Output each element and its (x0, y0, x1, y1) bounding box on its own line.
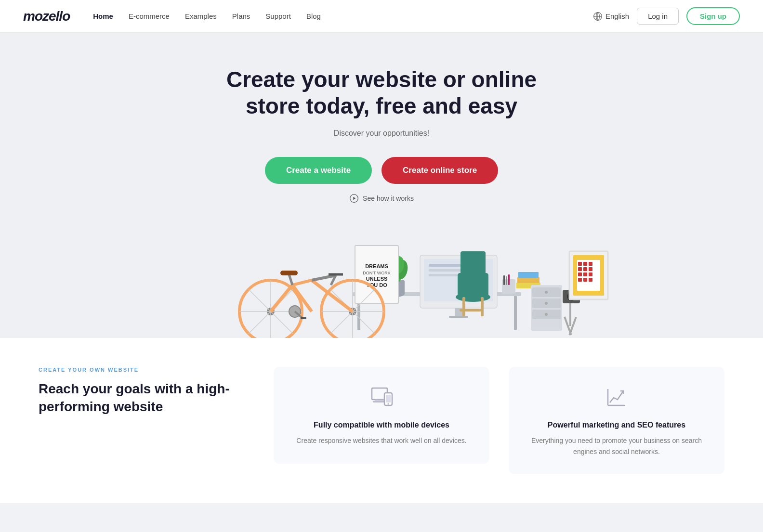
nav-support[interactable]: Support (265, 12, 291, 20)
hero-buttons: Create a website Create online store (10, 157, 753, 184)
logo[interactable]: mozello (23, 9, 70, 24)
svg-rect-28 (517, 277, 539, 283)
svg-point-98 (388, 403, 389, 405)
nav-blog[interactable]: Blog (306, 12, 321, 20)
mobile-icon (368, 384, 395, 411)
nav-plans[interactable]: Plans (232, 12, 250, 20)
svg-rect-13 (429, 274, 458, 276)
feature2-desc: Everything you need to promote your busi… (522, 435, 711, 457)
nav-examples[interactable]: Examples (185, 12, 217, 20)
create-store-button[interactable]: Create online store (382, 157, 498, 184)
feature1-desc: Create responsive websites that work wel… (287, 435, 476, 446)
svg-rect-97 (386, 395, 391, 402)
svg-rect-43 (460, 251, 486, 275)
svg-text:UNLESS: UNLESS (366, 276, 388, 282)
svg-rect-65 (589, 272, 592, 276)
svg-rect-15 (449, 316, 468, 318)
svg-rect-66 (578, 278, 582, 282)
svg-rect-61 (583, 267, 587, 271)
svg-rect-58 (583, 262, 587, 266)
language-selector[interactable]: English (593, 12, 629, 21)
svg-rect-60 (578, 267, 582, 271)
svg-rect-89 (280, 271, 298, 275)
svg-marker-5 (353, 197, 355, 200)
svg-rect-64 (583, 272, 587, 276)
svg-rect-46 (460, 309, 484, 311)
navbar: mozello Home E-commerce Examples Plans S… (0, 0, 763, 33)
play-icon (349, 194, 359, 203)
svg-point-52 (545, 302, 548, 305)
svg-rect-57 (578, 262, 582, 266)
svg-rect-94 (375, 400, 384, 401)
svg-rect-8 (514, 296, 517, 330)
video-link-text: See how it works (363, 195, 414, 202)
svg-rect-92 (301, 317, 306, 319)
svg-rect-25 (506, 276, 507, 285)
svg-point-53 (545, 313, 548, 316)
svg-rect-29 (518, 272, 539, 278)
svg-text:DREAMS: DREAMS (365, 263, 388, 269)
video-link[interactable]: See how it works (10, 194, 753, 203)
svg-rect-68 (589, 278, 592, 282)
create-website-button[interactable]: Create a website (265, 157, 372, 184)
svg-line-85 (312, 275, 336, 280)
svg-rect-45 (481, 297, 484, 316)
svg-line-88 (289, 274, 292, 285)
svg-rect-62 (589, 267, 592, 271)
svg-point-51 (545, 291, 548, 294)
feature1-title: Fully compatible with mobile devices (287, 421, 476, 429)
section-label: CREATE YOUR OWN WEBSITE (39, 367, 254, 373)
bottom-section: CREATE YOUR OWN WEBSITE Reach your goals… (0, 338, 763, 503)
feature-card-mobile: Fully compatible with mobile devices Cre… (274, 367, 489, 463)
hero-section: Create your website or online store toda… (0, 33, 763, 338)
hero-title: Create your website or online store toda… (213, 66, 550, 119)
hero-subtitle: Discover your opportunities! (10, 129, 753, 138)
bottom-text: CREATE YOUR OWN WEBSITE Reach your goals… (39, 367, 254, 415)
globe-icon (593, 12, 603, 21)
svg-rect-67 (583, 278, 587, 282)
feature2-title: Powerful marketing and SEO features (522, 421, 711, 429)
login-button[interactable]: Log in (637, 8, 679, 25)
feature-card-seo: Powerful marketing and SEO features Ever… (509, 367, 724, 474)
language-label: English (605, 12, 629, 20)
section-heading: Reach your goals with a high-performing … (39, 380, 254, 415)
svg-rect-42 (458, 273, 488, 298)
svg-rect-24 (503, 275, 505, 285)
nav-ecommerce[interactable]: E-commerce (129, 12, 170, 20)
chart-icon (603, 384, 630, 411)
nav-home[interactable]: Home (93, 12, 113, 20)
svg-line-82 (271, 285, 292, 311)
svg-rect-26 (508, 274, 510, 285)
svg-line-83 (292, 280, 312, 285)
svg-text:DON'T WORK: DON'T WORK (363, 271, 391, 275)
svg-rect-59 (589, 262, 592, 266)
hero-illustration: DREAMS DON'T WORK UNLESS YOU DO (10, 222, 753, 338)
svg-rect-44 (462, 297, 465, 316)
nav-links: Home E-commerce Examples Plans Support B… (93, 12, 593, 20)
nav-right: English Log in Sign up (593, 7, 740, 25)
signup-button[interactable]: Sign up (686, 7, 740, 25)
svg-rect-63 (578, 272, 582, 276)
